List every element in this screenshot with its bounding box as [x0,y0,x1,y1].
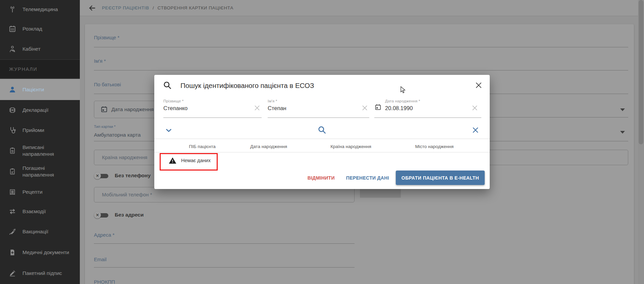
field-label: Прізвище * [163,99,183,103]
no-phone-toggle[interactable]: ✕ [94,172,109,180]
field-placeholder: Дата народження [111,106,154,112]
sidebar-item-label: Розклад [22,26,42,32]
sidebar-item-label: Погашені направлення [22,165,73,178]
field-label: Дата народження * [385,99,420,103]
sidebar-item-appointments[interactable]: Прийоми [0,120,80,140]
sidebar-item-label: Виписані направлення [22,144,73,157]
breadcrumb-separator: / [153,5,154,10]
table-header-name: ПІБ пацієнта [189,144,216,149]
signature-pen-icon [8,269,16,277]
sidebar-section-label: ЖУРНАЛИ [9,66,37,72]
declaration-card-icon [8,106,16,114]
breadcrumb-link-patient-registry[interactable]: РЕЄСТР ПАЦІЄНТІВ [102,5,149,10]
sidebar-item-issued-referrals[interactable]: Виписані направлення [0,140,80,161]
clear-icon[interactable] [361,104,368,111]
field-underline [94,47,628,47]
divider [154,139,490,139]
modal-title: Пошук ідентифікованого пацієнта в ЕСОЗ [180,82,314,90]
sidebar-item-label: Взаємодії [22,208,46,215]
sidebar-item-interactions[interactable]: Взаємодії [0,201,80,222]
sidebar-item-label: Вакцинації [22,228,48,235]
select-patient-ehealth-button[interactable]: ОБРАТИ ПАЦІЄНТА В E-HEALTH [396,171,485,185]
sidebar-item-label: Медичні документи [22,249,69,256]
toggle-thumb-x-icon[interactable]: ✕ [94,172,101,179]
document-plus-icon [8,248,16,256]
table-header-birth-country: Країна народження [330,144,371,149]
field-underline [374,117,481,118]
clear-icon[interactable] [471,104,478,111]
no-address-label: Без адреси [115,212,144,218]
no-address-toggle[interactable]: ✕ [94,211,109,219]
clipboard-check-icon [8,168,16,176]
chevron-down-icon[interactable] [620,131,625,134]
table-header-birth-city: Місто народження [415,144,454,149]
sidebar-item-telemedicine[interactable]: Телемедицина [0,0,80,19]
chevron-down-icon[interactable] [165,126,173,134]
sidebar-item-label: Пакетний підпис [22,270,62,277]
sidebar-item-label: Декларації [22,107,49,113]
sidebar-item-declarations[interactable]: Декларації [0,100,80,120]
person-icon [8,86,16,94]
close-icon[interactable] [475,81,483,89]
calendar-icon [8,25,16,33]
doctor-icon [8,45,16,53]
cancel-button[interactable]: ВІДМІНИТИ [303,172,339,184]
sidebar-item-label: Рецепти [22,189,43,195]
sidebar-item-label: Телемедицина [22,6,58,13]
sidebar-item-label: Прийоми [22,127,44,134]
table-header-birth-date: Дата народження [250,144,287,149]
field-label: Email [94,256,107,262]
toggle-thumb-x-icon[interactable]: ✕ [94,211,101,219]
sidebar-item-prescriptions[interactable]: Рецепти [0,183,80,201]
syringe-icon [8,228,16,236]
field-value: Степанко [163,105,187,111]
esoz-search-modal: Пошук ідентифікованого пацієнта в ЕСОЗ П… [154,75,490,189]
field-placeholder: Мобільний телефон * [102,192,152,197]
sidebar-item-schedule[interactable]: Розклад [0,19,80,39]
chevron-down-icon[interactable] [620,108,625,111]
field-label: РНОКПП [94,279,115,284]
transfer-data-button[interactable]: ПЕРЕНЕСТИ ДАНІ [341,172,394,184]
calendar-icon[interactable] [374,103,382,111]
field-value: Степан [268,105,286,111]
field-value: 20.08.1990 [385,105,413,111]
sidebar-item-cabinet[interactable]: Кабінет [0,39,80,59]
sidebar-item-redeemed-referrals[interactable]: Погашені направлення [0,161,80,182]
field-label: Ім'я * [268,99,277,103]
divider [154,152,490,152]
field-underline [268,117,369,118]
field-label: Тип картки * [94,125,116,129]
page-header: РЕЄСТР ПАЦІЄНТІВ / СТВОРЕННЯ КАРТКИ ПАЦІ… [80,0,644,16]
sidebar: Телемедицина Розклад [0,0,80,284]
breadcrumb: РЕЄСТР ПАЦІЄНТІВ / СТВОРЕННЯ КАРТКИ ПАЦІ… [102,5,233,10]
photo-placeholder [360,189,401,198]
sidebar-item-vaccinations[interactable]: Вакцинації [0,222,80,242]
clear-icon[interactable] [254,104,261,111]
scrollbar[interactable] [638,0,644,284]
field-underline [94,267,355,268]
sidebar-item-label: Кабінет [22,46,41,52]
sidebar-item-medical-documents[interactable]: Медичні документи [0,242,80,263]
breadcrumb-current: СТВОРЕННЯ КАРТКИ ПАЦІЄНТА [158,5,233,10]
sidebar-item-label: Пацієнти [22,86,44,93]
clipboard-pulse-icon [8,147,16,155]
back-arrow-icon[interactable] [88,4,97,12]
antenna-icon [8,5,16,13]
sidebar-section-journals: ЖУРНАЛИ [0,59,80,79]
field-label: По батькові [94,82,121,87]
field-placeholder: Країна народження [102,154,147,160]
scrollbar-thumb[interactable] [639,0,643,144]
clear-search-icon[interactable] [472,126,479,134]
mobile-phone-input[interactable]: Мобільний телефон * [94,187,355,202]
search-submit-icon[interactable] [317,125,326,134]
stethoscope-icon [8,126,16,134]
field-underline [94,70,628,70]
search-icon [163,81,172,90]
field-label: Ім'я * [94,58,106,64]
sidebar-item-patients[interactable]: Пацієнти [0,79,80,100]
field-underline [94,243,355,244]
sidebar-item-batch-signing[interactable]: Пакетний підпис [0,263,80,283]
receipt-icon [8,188,16,196]
no-data-highlight-box [160,153,218,171]
calendar-icon [100,105,108,113]
